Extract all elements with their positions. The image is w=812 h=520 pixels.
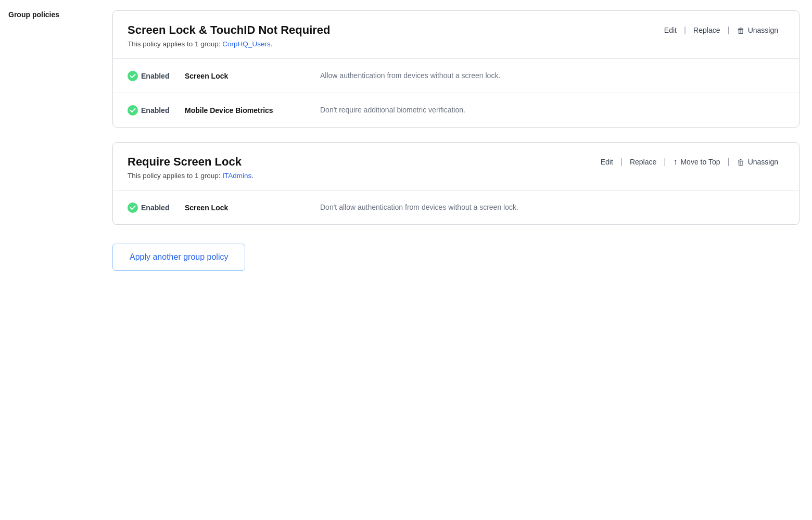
page-wrapper: Group policies Screen Lock & TouchID Not…	[0, 0, 812, 520]
edit-button-2[interactable]: Edit	[594, 158, 619, 166]
check-circle-icon	[128, 202, 138, 213]
policy-actions-1: Edit|Replace|🗑Unassign	[658, 23, 784, 35]
unassign-button-2[interactable]: 🗑Unassign	[731, 158, 784, 167]
policy-group-link-1[interactable]: CorpHQ_Users	[222, 40, 270, 48]
policy-header-1: Screen Lock & TouchID Not RequiredThis p…	[113, 11, 799, 58]
rule-name-1-2: Mobile Device Biometrics	[185, 106, 289, 115]
rule-status-1-2: Enabled	[128, 105, 185, 116]
policy-card-2: Require Screen LockThis policy applies t…	[112, 142, 800, 225]
policy-header-left-2: Require Screen LockThis policy applies t…	[128, 155, 594, 180]
apply-another-policy-button[interactable]: Apply another group policy	[112, 244, 245, 271]
policy-card-1: Screen Lock & TouchID Not RequiredThis p…	[112, 10, 800, 128]
policy-subtitle-2: This policy applies to 1 group: ITAdmins…	[128, 172, 594, 180]
table-row: EnabledMobile Device BiometricsDon't req…	[113, 93, 799, 127]
move-to-top-button-2[interactable]: ↑Move to Top	[667, 157, 726, 167]
trash-icon: 🗑	[737, 26, 745, 35]
table-row: EnabledScreen LockAllow authentication f…	[113, 59, 799, 93]
rule-status-label-1-1: Enabled	[141, 72, 169, 80]
table-row: EnabledScreen LockDon't allow authentica…	[113, 191, 799, 224]
trash-icon: 🗑	[737, 158, 745, 167]
policy-actions-2: Edit|Replace|↑Move to Top|🗑Unassign	[594, 155, 784, 167]
svg-point-0	[128, 71, 138, 81]
policy-title-2: Require Screen Lock	[128, 155, 594, 169]
move-up-icon: ↑	[673, 157, 677, 167]
replace-button-2[interactable]: Replace	[624, 158, 663, 166]
policy-title-1: Screen Lock & TouchID Not Required	[128, 23, 658, 37]
policy-header-left-1: Screen Lock & TouchID Not RequiredThis p…	[128, 23, 658, 48]
svg-point-1	[128, 105, 138, 116]
main-content: Screen Lock & TouchID Not RequiredThis p…	[104, 0, 812, 520]
rule-description-1-1: Allow authentication from devices withou…	[320, 70, 784, 81]
rule-status-1-1: Enabled	[128, 71, 185, 81]
edit-button-1[interactable]: Edit	[658, 26, 683, 34]
sidebar-title: Group policies	[8, 10, 59, 19]
rule-description-1-2: Don't require additional biometric verif…	[320, 105, 784, 116]
policy-subtitle-1: This policy applies to 1 group: CorpHQ_U…	[128, 40, 658, 48]
rule-name-2-1: Screen Lock	[185, 204, 289, 212]
policy-rules-1: EnabledScreen LockAllow authentication f…	[113, 58, 799, 127]
unassign-button-1[interactable]: 🗑Unassign	[731, 26, 784, 35]
rule-status-label-2-1: Enabled	[141, 204, 169, 212]
check-circle-icon	[128, 105, 138, 116]
policy-rules-2: EnabledScreen LockDon't allow authentica…	[113, 190, 799, 224]
rule-name-1-1: Screen Lock	[185, 72, 289, 80]
svg-point-2	[128, 202, 138, 213]
sidebar: Group policies	[0, 0, 104, 520]
check-circle-icon	[128, 71, 138, 81]
rule-description-2-1: Don't allow authentication from devices …	[320, 202, 784, 213]
rule-status-2-1: Enabled	[128, 202, 185, 213]
policy-group-link-2[interactable]: ITAdmins	[222, 172, 251, 180]
rule-status-label-1-2: Enabled	[141, 106, 169, 115]
policy-header-2: Require Screen LockThis policy applies t…	[113, 143, 799, 190]
replace-button-1[interactable]: Replace	[687, 26, 726, 34]
